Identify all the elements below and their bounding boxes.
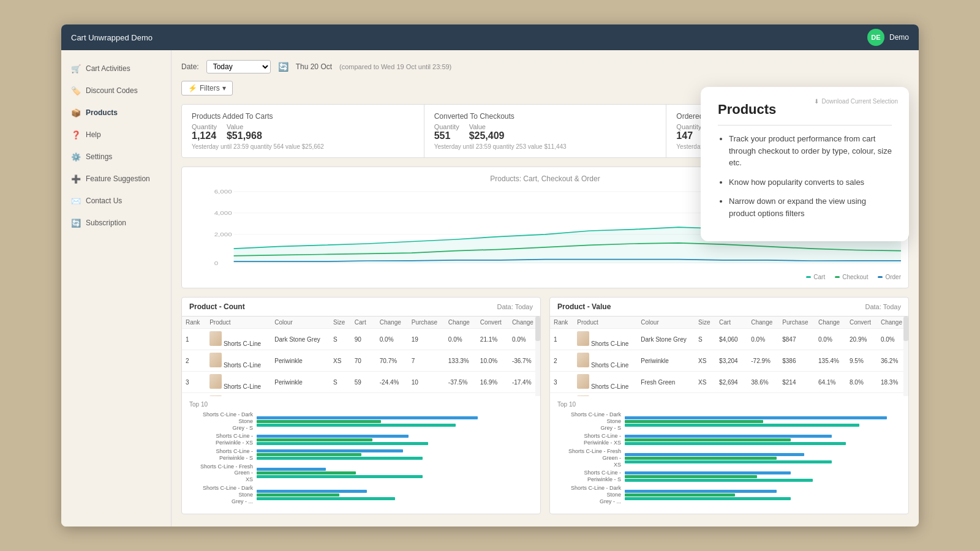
quantity-label-cart: Quantity: [192, 123, 217, 130]
bar-row: Shorts C-Line - Fresh Green -XS: [557, 448, 901, 468]
svg-text:6,000: 6,000: [214, 188, 232, 195]
bar-green: [625, 493, 735, 497]
sidebar-item-help[interactable]: ❓ Help: [61, 124, 171, 146]
mail-icon: ✉️: [71, 196, 81, 206]
count-table-scroll: Rank Product Colour Size Cart Change Pur…: [182, 317, 540, 396]
bar-blue: [625, 453, 804, 456]
count-scroll-thumb[interactable]: [535, 317, 540, 341]
compared-text: (compared to Wed 19 Oct until 23:59): [339, 63, 451, 70]
bar-group: [625, 453, 901, 463]
th-convert: Convert: [477, 317, 508, 329]
bar-row: Shorts C-Line - Dark StoneGrey - ...: [189, 485, 533, 504]
th-product: Product: [206, 317, 271, 329]
bar-label: Shorts C-Line - Fresh Green -XS: [189, 463, 257, 483]
value-scroll-thumb[interactable]: [903, 317, 908, 341]
svg-text:2,000: 2,000: [214, 231, 232, 238]
bar-blue: [257, 468, 326, 471]
bar-teal: [257, 497, 395, 500]
sidebar-item-discount-codes[interactable]: 🏷️ Discount Codes: [61, 80, 171, 102]
sidebar-label-help: Help: [86, 130, 101, 139]
legend-dot-checkout: [835, 276, 840, 278]
bar-row: Shorts C-Line - Periwinkle - S: [557, 470, 901, 483]
bar-blue: [625, 490, 777, 493]
legend-dot-cart: [806, 276, 811, 278]
cart-icon: 🛒: [71, 64, 81, 73]
table-row: 4 Shorts C-Line Periwinkle S $2,655 -24.…: [550, 393, 908, 397]
stat-values-cart: Quantity 1,124 Value $51,968: [192, 123, 414, 141]
count-table-section: Product - Count Data: Today Rank Product…: [181, 297, 541, 514]
date-select[interactable]: Today Yesterday Last 7 Days Last 30 Days: [206, 60, 271, 73]
legend-checkout: Checkout: [835, 274, 868, 280]
sidebar-label-feature-suggestion: Feature Suggestion: [86, 174, 150, 183]
bar-label: Shorts C-Line - Periwinkle - S: [189, 448, 257, 462]
avatar: DE: [867, 29, 884, 46]
count-table: Rank Product Colour Size Cart Change Pur…: [182, 317, 540, 396]
bar-label: Shorts C-Line - Dark StoneGrey - ...: [557, 485, 625, 504]
th-size: Size: [330, 317, 351, 329]
count-bar-chart-title: Top 10: [189, 401, 533, 408]
th-cart: Cart: [351, 317, 376, 329]
bar-teal: [625, 424, 859, 427]
sidebar-label-discount-codes: Discount Codes: [86, 86, 138, 95]
bar-label: Shorts C-Line - Periwinkle - XS: [557, 433, 625, 446]
sidebar-item-subscription[interactable]: 🔄 Subscription: [61, 212, 171, 234]
sidebar-item-cart-activities[interactable]: 🛒 Cart Activities: [61, 58, 171, 80]
bar-row: Shorts C-Line - Periwinkle - S: [189, 448, 533, 462]
bar-group: [257, 490, 533, 500]
sidebar: 🛒 Cart Activities 🏷️ Discount Codes 📦 Pr…: [61, 50, 172, 527]
bar-green: [257, 438, 372, 441]
sidebar-item-contact-us[interactable]: ✉️ Contact Us: [61, 190, 171, 212]
bar-green: [257, 420, 381, 423]
bar-blue: [257, 435, 409, 438]
value-bar-chart-title: Top 10: [557, 401, 901, 408]
tooltip-list: Track your product performance from cart…: [718, 133, 892, 219]
table-row: 2 Shorts C-Line Periwinkle XS 70 70.7% 7…: [182, 350, 540, 372]
refresh-icon[interactable]: 🔄: [278, 62, 288, 72]
sidebar-item-settings[interactable]: ⚙️ Settings: [61, 146, 171, 168]
sidebar-item-products[interactable]: 📦 Products: [61, 102, 171, 124]
tooltip-title: Products: [718, 102, 892, 126]
count-scroll-indicator: [535, 317, 540, 396]
date-display: Thu 20 Oct: [296, 62, 332, 71]
bar-row: Shorts C-Line - Periwinkle - XS: [557, 433, 901, 446]
bar-group: [625, 435, 901, 445]
filters-button[interactable]: ⚡ Filters ▾: [181, 81, 233, 96]
value-table-header-row: Rank Product Colour Size Cart Change Pur…: [550, 317, 908, 329]
quantity-value-cart: 1,124: [192, 130, 217, 141]
bar-green: [257, 493, 339, 497]
header-controls: Date: Today Yesterday Last 7 Days Last 3…: [181, 60, 909, 73]
th-change2: Change: [445, 317, 477, 329]
table-row: 4 Shorts C-Line Fresh Green XS 59 37.2% …: [182, 393, 540, 397]
bar-blue: [257, 449, 403, 452]
value-table-scroll: Rank Product Colour Size Cart Change Pur…: [550, 317, 908, 396]
count-data-label: Data: Today: [497, 303, 533, 310]
plus-icon: ➕: [71, 174, 81, 184]
sidebar-item-feature-suggestion[interactable]: ➕ Feature Suggestion: [61, 168, 171, 190]
bar-label: Shorts C-Line - Periwinkle - XS: [189, 433, 257, 446]
download-button[interactable]: ⬇ Download Current Selection: [814, 98, 898, 105]
app-window: Cart Unwrapped Demo DE Demo 🛒 Cart Activ…: [61, 24, 919, 527]
bar-label: Shorts C-Line - Fresh Green -XS: [557, 448, 625, 468]
bar-row: Shorts C-Line - Periwinkle - XS: [189, 433, 533, 446]
legend-dot-order: [878, 276, 883, 278]
count-bar-chart: Top 10 Shorts C-Line - Dark StoneGrey - …: [182, 396, 540, 514]
th-purchase: Purchase: [408, 317, 445, 329]
legend-label-cart: Cart: [813, 274, 825, 280]
quantity-label-ordered: Quantity: [676, 123, 701, 130]
table-row: 1 Shorts C-Line Dark Stone Grey S $4,060…: [550, 329, 908, 350]
bar-group: [625, 471, 901, 482]
th-rank-v: Rank: [550, 317, 573, 329]
value-bar-chart: Top 10 Shorts C-Line - Dark StoneGrey - …: [550, 396, 908, 514]
value-table: Rank Product Colour Size Cart Change Pur…: [550, 317, 908, 396]
bar-group: [625, 490, 901, 500]
count-table-header-row: Rank Product Colour Size Cart Change Pur…: [182, 317, 540, 329]
th-change1: Change: [376, 317, 408, 329]
tooltip-point-2: Know how popularity converts to sales: [729, 176, 892, 189]
value-label-cart: Value: [227, 123, 262, 130]
quantity-label-checkout: Quantity: [434, 123, 459, 130]
bar-row: Shorts C-Line - Fresh Green -XS: [189, 463, 533, 483]
stat-values-checkout: Quantity 551 Value $25,409: [434, 123, 657, 141]
legend-cart: Cart: [806, 274, 825, 280]
sidebar-label-subscription: Subscription: [86, 219, 126, 227]
tables-row: Product - Count Data: Today Rank Product…: [181, 297, 909, 514]
